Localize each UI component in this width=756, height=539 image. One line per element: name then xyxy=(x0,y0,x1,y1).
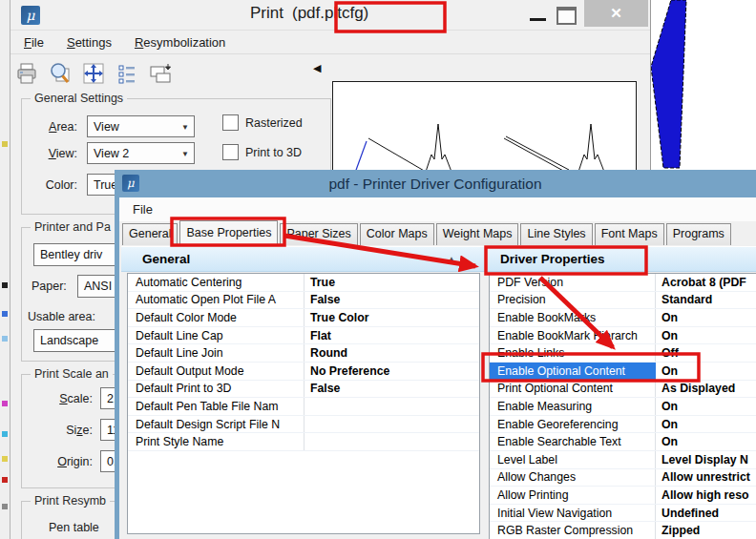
property-value: True xyxy=(304,276,479,289)
background-toolbar-strip xyxy=(0,0,10,539)
collapse-panel-icon[interactable]: ◀ xyxy=(313,62,321,74)
property-row-print-style-name[interactable]: Print Style Name xyxy=(128,433,479,451)
property-label: Enable Measuring xyxy=(490,398,656,415)
fit-view-icon[interactable] xyxy=(80,60,107,87)
property-row-default-output-mode[interactable]: Default Output ModeNo Preference xyxy=(128,363,479,381)
property-row-enable-links[interactable]: Enable LinksOff xyxy=(490,344,756,363)
menu-settings[interactable]: Settings xyxy=(67,35,112,50)
property-label: Enable BookMarks xyxy=(490,309,656,326)
view-label: View: xyxy=(22,147,77,160)
collapse-section-icon[interactable]: ▲ xyxy=(447,254,456,264)
minimize-icon[interactable] xyxy=(530,18,546,21)
property-label: Automatic Open Plot File A xyxy=(128,292,304,309)
rasterized-checkbox[interactable] xyxy=(222,114,239,131)
property-label: Automatic Centering xyxy=(128,274,304,291)
property-row-allow-printing[interactable]: Allow PrintingAllow high reso xyxy=(490,487,756,505)
usable-area-label: Usable area: xyxy=(28,310,95,323)
property-value: On xyxy=(656,418,756,431)
property-label: Default Print to 3D xyxy=(128,381,304,398)
print-to-3d-checkbox[interactable] xyxy=(222,144,239,160)
microstation-app-icon: μ xyxy=(21,6,40,25)
color-label: Color: xyxy=(22,178,77,192)
close-icon[interactable]: ✕ xyxy=(584,0,648,27)
menu-resymbolization[interactable]: Resymbolization xyxy=(135,35,225,50)
property-row-enable-georeferencing[interactable]: Enable GeoreferencingOn xyxy=(490,416,756,434)
origin-label: Origin: xyxy=(22,455,93,468)
property-row-initial-view-navigation[interactable]: Initial View NavigationUndefined xyxy=(490,505,756,523)
print-resymb-title: Print Resymb xyxy=(31,494,110,508)
print-window-title: Print(pdf.pltcfg) xyxy=(250,4,368,23)
property-row-default-pen-table-file-nam[interactable]: Default Pen Table File Nam xyxy=(128,398,479,416)
print-toolbar xyxy=(13,57,174,90)
property-label: RGB Raster Compression xyxy=(490,522,656,539)
property-value: Zipped xyxy=(656,524,756,537)
property-row-pdf-version[interactable]: PDF VersionAcrobat 8 (PDF xyxy=(490,274,756,292)
tab-weight-maps[interactable]: Weight Maps xyxy=(436,223,519,245)
print-titlebar[interactable]: μ Print(pdf.pltcfg) ✕ xyxy=(10,0,650,31)
tab-programs[interactable]: Programs xyxy=(666,223,731,245)
property-value: Off xyxy=(656,346,756,360)
print-preview-icon[interactable] xyxy=(47,60,74,87)
attributes-icon[interactable] xyxy=(114,60,140,87)
general-properties-panel: General ▲ Automatic CenteringTrueAutomat… xyxy=(121,246,485,539)
menu-file[interactable]: File xyxy=(24,35,44,50)
property-value: Allow high reso xyxy=(656,488,756,502)
tab-color-maps[interactable]: Color Maps xyxy=(360,223,434,245)
config-titlebar[interactable]: μ pdf - Printer Driver Configuration xyxy=(115,170,756,197)
property-row-enable-searchable-text[interactable]: Enable Searchable TextOn xyxy=(490,433,756,451)
property-row-automatic-open-plot-file-a[interactable]: Automatic Open Plot File AFalse xyxy=(128,292,479,310)
property-row-default-print-to-3d[interactable]: Default Print to 3DFalse xyxy=(128,381,479,399)
property-value: No Preference xyxy=(304,364,479,378)
driver-properties-panel: Driver Properties PDF VersionAcrobat 8 (… xyxy=(485,246,756,539)
general-section-header[interactable]: General xyxy=(121,246,485,272)
property-row-level-label[interactable]: Level LabelLevel Display N xyxy=(490,451,756,469)
property-row-enable-measuring[interactable]: Enable MeasuringOn xyxy=(490,398,756,416)
property-row-rgb-raster-compression[interactable]: RGB Raster CompressionZipped xyxy=(490,522,756,539)
maximize-icon[interactable] xyxy=(556,7,577,25)
property-row-enable-bookmark-hierarch[interactable]: Enable BookMark HierarchOn xyxy=(490,327,756,345)
tab-general[interactable]: General xyxy=(122,223,178,245)
printer-driver-config-dialog: μ pdf - Printer Driver Configuration Fil… xyxy=(115,170,756,539)
config-dialog-title: pdf - Printer Driver Configuration xyxy=(115,170,756,197)
property-row-enable-optional-content[interactable]: Enable Optional ContentOn xyxy=(490,363,756,381)
property-row-enable-bookmarks[interactable]: Enable BookMarksOn xyxy=(490,309,756,327)
property-row-print-optional-content[interactable]: Print Optional ContentAs Displayed xyxy=(490,381,756,399)
property-label: PDF Version xyxy=(490,274,656,291)
property-label: Enable Optional Content xyxy=(490,363,656,380)
property-label: Enable Links xyxy=(490,344,656,362)
print-icon[interactable] xyxy=(13,60,40,87)
property-value: Standard xyxy=(656,293,756,306)
property-value: On xyxy=(656,311,756,324)
general-section-title: General xyxy=(142,252,190,266)
property-label: Allow Printing xyxy=(490,487,656,504)
print-to-3d-label: Print to 3D xyxy=(245,146,302,159)
property-row-default-design-script-file-n[interactable]: Default Design Script File N xyxy=(128,416,479,434)
property-value: False xyxy=(304,293,479,306)
strip-icon-fragment xyxy=(2,336,8,342)
property-row-precision[interactable]: PrecisionStandard xyxy=(490,292,756,310)
area-select[interactable]: View ▼ xyxy=(87,115,195,137)
property-value: On xyxy=(656,435,756,448)
paper-label: Paper: xyxy=(32,280,67,293)
tab-font-maps[interactable]: Font Maps xyxy=(595,223,664,245)
property-row-automatic-centering[interactable]: Automatic CenteringTrue xyxy=(128,274,479,292)
driver-properties-header[interactable]: Driver Properties xyxy=(485,246,756,272)
tab-base-properties[interactable]: Base Properties xyxy=(179,220,278,245)
property-row-default-line-cap[interactable]: Default Line CapFlat xyxy=(128,327,479,345)
property-label: Default Pen Table File Nam xyxy=(128,398,304,415)
property-value: Flat xyxy=(304,329,479,342)
scale-label: Scale: xyxy=(22,392,93,405)
property-label: Precision xyxy=(490,292,656,309)
property-row-default-color-mode[interactable]: Default Color ModeTrue Color xyxy=(128,309,479,327)
property-row-default-line-join[interactable]: Default Line JoinRound xyxy=(128,344,479,363)
copy-to-window-icon[interactable] xyxy=(147,60,174,87)
area-label: Area: xyxy=(22,120,77,134)
tab-line-styles[interactable]: Line Styles xyxy=(520,223,592,245)
rasterized-label: Rasterized xyxy=(245,116,303,130)
property-row-allow-changes[interactable]: Allow ChangesAllow unrestrict xyxy=(490,469,756,487)
view-select[interactable]: View 2 ▼ xyxy=(87,142,195,164)
tab-paper-sizes[interactable]: Paper Sizes xyxy=(280,223,357,245)
print-config-file-name: (pdf.pltcfg) xyxy=(292,4,368,22)
menu-file[interactable]: File xyxy=(133,202,153,217)
config-menubar: File xyxy=(119,197,756,221)
